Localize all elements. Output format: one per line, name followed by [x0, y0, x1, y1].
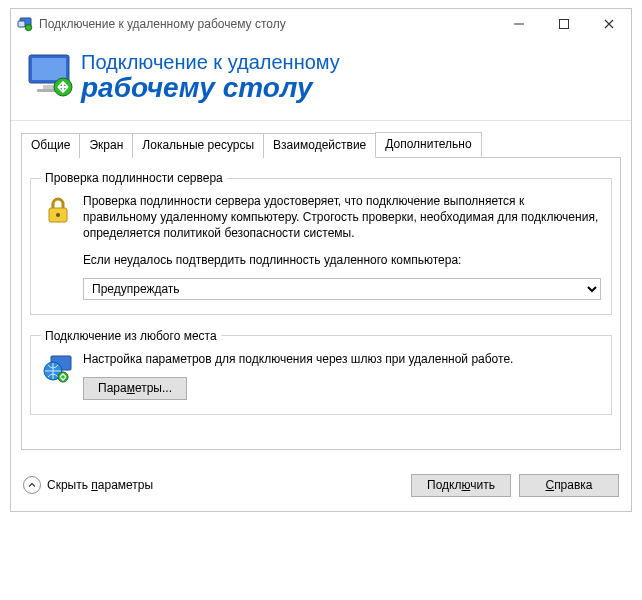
- monitor-icon: [23, 49, 81, 104]
- titlebar: Подключение к удаленному рабочему столу: [11, 9, 631, 39]
- server-auth-desc: Проверка подлинности сервера удостоверяе…: [83, 193, 601, 242]
- gateway-settings-button[interactable]: Параметры...: [83, 377, 187, 400]
- globe-monitor-icon: [41, 351, 83, 388]
- svg-rect-4: [559, 20, 568, 29]
- auth-failure-select[interactable]: Предупреждать: [83, 278, 601, 300]
- chevron-up-icon: [23, 476, 41, 494]
- maximize-button[interactable]: [541, 9, 586, 39]
- group-connect-anywhere-legend: Подключение из любого места: [41, 329, 221, 343]
- footer: Скрыть параметры Подключить Справка: [11, 464, 631, 511]
- rdc-window: Подключение к удаленному рабочему столу: [10, 8, 632, 512]
- server-auth-prompt: Если неудалось подтвердить подлинность у…: [83, 252, 601, 268]
- svg-rect-7: [43, 85, 55, 89]
- tab-experience[interactable]: Взаимодействие: [263, 133, 376, 158]
- svg-point-2: [25, 24, 31, 30]
- minimize-button[interactable]: [496, 9, 541, 39]
- group-server-auth: Проверка подлинности сервера Проверка по…: [30, 171, 612, 315]
- banner-title-line1: Подключение к удаленному: [81, 51, 340, 73]
- tab-advanced[interactable]: Дополнительно: [375, 132, 481, 157]
- header-banner: Подключение к удаленному рабочему столу: [11, 39, 631, 121]
- connect-button[interactable]: Подключить: [411, 474, 511, 497]
- window-title: Подключение к удаленному рабочему столу: [39, 17, 496, 31]
- lock-icon: [41, 193, 83, 230]
- svg-rect-1: [18, 21, 25, 27]
- group-connect-anywhere: Подключение из любого места Настройка па…: [30, 329, 612, 415]
- gateway-desc: Настройка параметров для подключения чер…: [83, 351, 601, 367]
- group-server-auth-legend: Проверка подлинности сервера: [41, 171, 227, 185]
- tab-page-advanced: Проверка подлинности сервера Проверка по…: [21, 157, 621, 450]
- tab-strip: Общие Экран Локальные ресурсы Взаимодейс…: [21, 132, 621, 158]
- svg-rect-3: [514, 24, 524, 25]
- tab-general[interactable]: Общие: [21, 133, 80, 158]
- svg-point-11: [56, 213, 60, 217]
- banner-title-line2: рабочему столу: [81, 73, 340, 102]
- help-button[interactable]: Справка: [519, 474, 619, 497]
- tab-display[interactable]: Экран: [79, 133, 133, 158]
- hide-options-button[interactable]: Скрыть параметры: [23, 476, 153, 494]
- rdc-app-icon: [17, 16, 33, 32]
- close-button[interactable]: [586, 9, 631, 39]
- svg-rect-6: [32, 58, 66, 80]
- tab-local-resources[interactable]: Локальные ресурсы: [132, 133, 264, 158]
